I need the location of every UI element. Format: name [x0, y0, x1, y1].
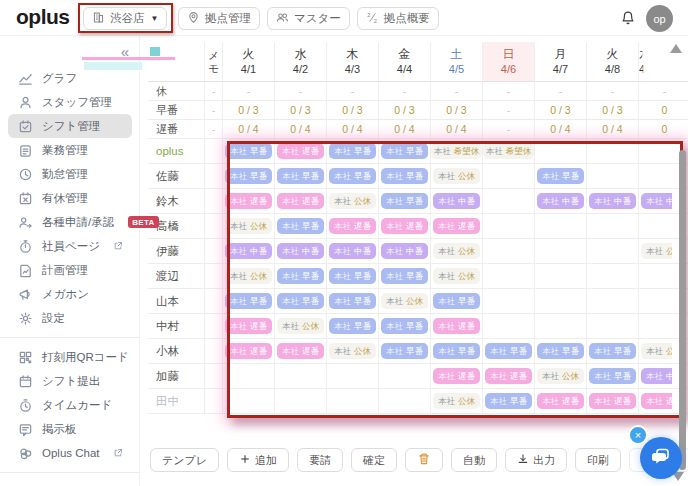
shift-cell[interactable] [586, 239, 638, 264]
shift-cell[interactable]: 本社早番 [378, 164, 430, 189]
shift-cell[interactable]: 本社早番 [326, 289, 378, 314]
shift-badge[interactable]: 本社早番 [381, 343, 428, 360]
shift-cell[interactable]: 本社早番 [274, 214, 326, 239]
chat-launcher-button[interactable] [640, 437, 682, 479]
shift-cell[interactable]: 本社早番 [430, 289, 482, 314]
shift-badge[interactable]: 本社早番 [381, 268, 428, 285]
shift-cell[interactable] [482, 289, 534, 314]
shift-badge[interactable]: 本社公休 [329, 343, 376, 360]
shift-cell[interactable]: 本社早番 [482, 389, 534, 414]
shift-cell[interactable]: 本社遅番 [534, 389, 586, 414]
nav-button[interactable]: 拠点管理 [178, 7, 260, 30]
shift-cell[interactable]: 本社遅番 [482, 364, 534, 389]
shift-badge[interactable]: 本社公休 [329, 193, 376, 210]
shift-badge[interactable]: 本社遅番 [537, 393, 584, 410]
shift-cell[interactable]: 本社早番 [586, 364, 638, 389]
staff-memo-cell[interactable] [204, 314, 222, 339]
shift-badge[interactable]: 本社中番 [277, 243, 324, 260]
shift-cell[interactable] [534, 289, 586, 314]
shift-cell[interactable] [222, 389, 274, 414]
shift-cell[interactable]: 本社公休 [430, 164, 482, 189]
shift-cell[interactable]: 本社遅番 [586, 389, 638, 414]
shift-cell[interactable]: 本社公休 [534, 364, 586, 389]
shift-cell[interactable] [482, 189, 534, 214]
toolbar-button[interactable]: 追加 [227, 448, 289, 472]
shift-cell[interactable]: 本社中番 [274, 239, 326, 264]
shift-badge[interactable]: 本社早番 [225, 168, 272, 185]
shift-badge[interactable]: 本社早番 [329, 168, 376, 185]
shift-cell[interactable]: 本社公休 [274, 314, 326, 339]
staff-memo-cell[interactable] [204, 289, 222, 314]
shift-badge[interactable]: 本社早番 [329, 143, 376, 160]
shift-badge[interactable]: 本社中番 [225, 243, 272, 260]
shift-badge[interactable]: 本社早番 [433, 343, 480, 360]
sidebar-item[interactable]: Oplus Chat [8, 441, 132, 465]
bell-icon[interactable] [620, 10, 636, 26]
toolbar-button[interactable]: 確定 [351, 448, 397, 472]
sidebar-item[interactable]: シフト管理 [8, 114, 132, 138]
shift-cell[interactable]: 本社公休 [430, 264, 482, 289]
staff-memo-cell[interactable] [204, 139, 222, 164]
shift-cell[interactable] [482, 214, 534, 239]
shift-badge[interactable]: 本社遅番 [433, 318, 480, 335]
shift-cell[interactable] [586, 214, 638, 239]
shift-cell[interactable]: 本社希望休 [430, 139, 482, 164]
shift-cell[interactable]: 本社遅番 [274, 139, 326, 164]
shift-cell[interactable]: 本社中番 [534, 189, 586, 214]
staff-name-cell[interactable]: 中村 [148, 314, 204, 339]
sidebar-item[interactable]: 掲示板 [8, 417, 132, 441]
shift-badge[interactable]: 本社遅番 [433, 368, 480, 385]
shift-cell[interactable]: 本社早番 [274, 164, 326, 189]
shift-cell[interactable]: 本社早番 [534, 339, 586, 364]
shift-cell[interactable]: 本社早番 [326, 139, 378, 164]
shift-cell[interactable] [326, 389, 378, 414]
shift-cell[interactable]: 本社早番 [326, 264, 378, 289]
shift-cell[interactable]: 本社公休 [378, 289, 430, 314]
store-selector-button[interactable]: 渋谷店 ▼ [83, 7, 167, 30]
shift-cell[interactable]: 本社中番 [378, 239, 430, 264]
shift-cell[interactable] [534, 264, 586, 289]
shift-cell[interactable] [378, 364, 430, 389]
staff-memo-cell[interactable] [204, 239, 222, 264]
sidebar-item[interactable]: スタッフ管理 [8, 90, 132, 114]
shift-cell[interactable]: 本社早番 [326, 314, 378, 339]
shift-cell[interactable]: 本社中番 [222, 239, 274, 264]
shift-badge[interactable]: 本社公休 [433, 393, 480, 410]
shift-cell[interactable]: 本社早番 [534, 164, 586, 189]
shift-badge[interactable]: 本社公休 [381, 293, 428, 310]
toolbar-button[interactable]: 自動 [451, 448, 497, 472]
shift-cell[interactable]: 本社早番 [378, 189, 430, 214]
staff-name-cell[interactable]: 伊藤 [148, 239, 204, 264]
sidebar-item[interactable]: 打刻用QRコード [8, 345, 132, 369]
sidebar-item[interactable]: シフト提出 [8, 369, 132, 393]
shift-badge[interactable]: 本社早番 [381, 168, 428, 185]
shift-badge[interactable]: 本社早番 [225, 143, 272, 160]
staff-name-cell[interactable]: 加藤 [148, 364, 204, 389]
shift-cell[interactable]: 本社中番 [586, 189, 638, 214]
shift-cell[interactable]: 本社公休 [326, 189, 378, 214]
shift-cell[interactable]: 本社公休 [222, 214, 274, 239]
shift-badge[interactable]: 本社遅番 [329, 218, 376, 235]
shift-badge[interactable]: 本社公休 [433, 268, 480, 285]
shift-cell[interactable]: 本社早番 [274, 264, 326, 289]
shift-cell[interactable]: 本社遅番 [430, 214, 482, 239]
sidebar-item[interactable]: グラフ [8, 66, 132, 90]
shift-cell[interactable]: 本社早番 [222, 289, 274, 314]
shift-badge[interactable]: 本社公休 [537, 368, 584, 385]
shift-cell[interactable]: 本社遅番 [430, 314, 482, 339]
shift-badge[interactable]: 本社遅番 [225, 318, 272, 335]
staff-name[interactable]: oplus [156, 145, 184, 157]
shift-cell[interactable] [586, 314, 638, 339]
shift-badge[interactable]: 本社早番 [485, 393, 532, 410]
shift-badge[interactable]: 本社公休 [433, 168, 480, 185]
shift-badge[interactable]: 本社中番 [433, 193, 480, 210]
shift-cell[interactable]: 本社遅番 [326, 214, 378, 239]
shift-cell[interactable] [326, 364, 378, 389]
shift-badge[interactable]: 本社希望休 [483, 143, 534, 160]
shift-cell[interactable]: 本社中番 [326, 239, 378, 264]
staff-name[interactable]: 鈴木 [156, 194, 179, 209]
shift-cell[interactable]: 本社公休 [430, 239, 482, 264]
shift-badge[interactable]: 本社遅番 [381, 218, 428, 235]
staff-memo-cell[interactable] [204, 339, 222, 364]
shift-badge[interactable]: 本社早番 [329, 268, 376, 285]
